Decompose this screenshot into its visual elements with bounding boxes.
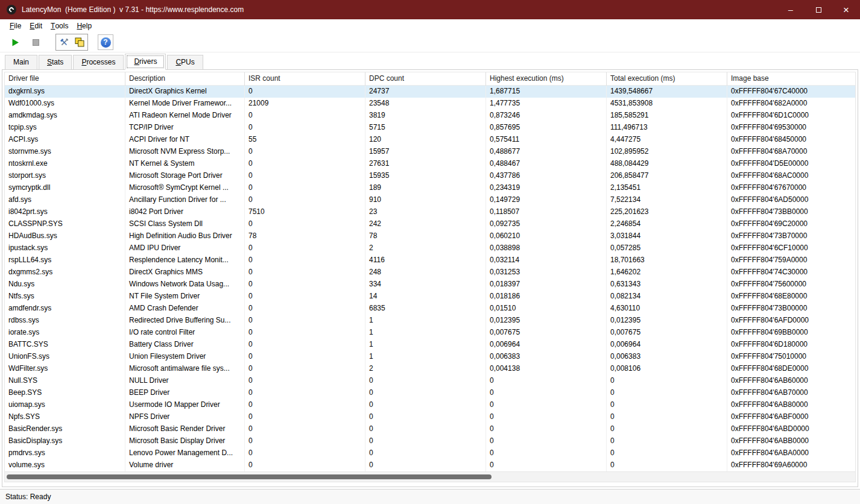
tab-control: Main Stats Processes Drivers CPUs Driver… — [2, 54, 858, 487]
table-cell: 0,008106 — [607, 363, 727, 375]
toolbar-group — [55, 34, 88, 51]
table-cell: 1,687715 — [486, 86, 607, 98]
table-cell: 0 — [245, 218, 365, 230]
table-cell: 0,01510 — [486, 303, 607, 315]
table-cell: 1 — [365, 327, 486, 339]
table-row[interactable]: ntoskrnl.exeNT Kernel & System0276310,48… — [5, 158, 855, 170]
titlebar[interactable]: LatencyMon (Home Edition ) v 7.31 - http… — [0, 0, 860, 19]
table-row[interactable]: Npfs.SYSNPFS Driver00000xFFFFF804'6ABF00… — [5, 411, 855, 423]
table-row[interactable]: CLASSPNP.SYSSCSI Class System Dll02420,0… — [5, 218, 855, 230]
table-cell: 0xFFFFF804'75600000 — [727, 279, 855, 291]
table-row[interactable]: Null.SYSNULL Driver00000xFFFFF804'6AB600… — [5, 375, 855, 387]
table-cell: 0,007675 — [486, 327, 607, 339]
table-cell: 0,006383 — [607, 351, 727, 363]
tab-cpus[interactable]: CPUs — [167, 55, 203, 70]
menu-tools[interactable]: Tools — [46, 19, 72, 33]
maximize-button[interactable] — [805, 0, 832, 19]
menu-help[interactable]: Help — [72, 19, 96, 33]
copy-report-button[interactable] — [72, 34, 87, 50]
table-row[interactable]: HDAudBus.sysHigh Definition Audio Bus Dr… — [5, 230, 855, 242]
table-cell: DirectX Graphics MMS — [125, 266, 245, 279]
horizontal-scrollbar[interactable] — [5, 471, 855, 482]
table-cell: 4531,853908 — [607, 98, 727, 110]
table-cell: BasicDisplay.sys — [5, 435, 125, 447]
table-cell: 0,488467 — [486, 158, 607, 170]
table-row[interactable]: uiomap.sysUsermode IO Mapper Driver00000… — [5, 399, 855, 411]
tab-drivers[interactable]: Drivers — [125, 54, 166, 70]
table-row[interactable]: pmdrvs.sysLenovo Power Management D...00… — [5, 447, 855, 459]
table-cell: 0 — [607, 375, 727, 387]
start-monitor-button[interactable] — [7, 34, 23, 50]
table-cell: AMD Crash Defender — [125, 303, 245, 315]
table-cell: 0xFFFFF804'6ABD0000 — [727, 423, 855, 435]
table-row[interactable]: symcryptk.dllMicrosoft® SymCrypt Kernel … — [5, 182, 855, 194]
table-cell: rdbss.sys — [5, 315, 125, 327]
table-row[interactable]: rspLLL64.sysResplendence Latency Monit..… — [5, 254, 855, 266]
table-row[interactable]: tcpip.sysTCP/IP Driver057150,857695111,4… — [5, 122, 855, 134]
table-cell: uiomap.sys — [5, 399, 125, 411]
table-row[interactable]: UnionFS.sysUnion Filesystem Driver010,00… — [5, 351, 855, 363]
column-header-5[interactable]: Total execution (ms) — [607, 72, 727, 86]
close-button[interactable]: × — [832, 0, 860, 19]
stop-monitor-button[interactable] — [28, 34, 43, 50]
table-cell: 0,575411 — [486, 134, 607, 146]
column-header-4[interactable]: Highest execution (ms) — [486, 72, 607, 86]
table-row[interactable]: i8042prt.sysi8042 Port Driver7510230,118… — [5, 206, 855, 218]
table-cell: DirectX Graphics Kernel — [125, 86, 245, 98]
table-cell: 4,630110 — [607, 303, 727, 315]
tab-processes[interactable]: Processes — [73, 55, 124, 70]
table-row[interactable]: amdfendr.sysAMD Crash Defender068350,015… — [5, 303, 855, 315]
table-row[interactable]: ipustack.sysAMD IPU Driver020,0388980,05… — [5, 242, 855, 254]
table-cell: HDAudBus.sys — [5, 230, 125, 242]
tab-stats[interactable]: Stats — [39, 55, 72, 70]
table-row[interactable]: BasicRender.sysMicrosoft Basic Render Dr… — [5, 423, 855, 435]
table-cell: Beep.SYS — [5, 387, 125, 399]
tools-options-button[interactable] — [56, 34, 72, 50]
column-header-0[interactable]: Driver file — [5, 72, 125, 86]
table-cell: 0 — [245, 110, 365, 122]
table-cell: 0xFFFFF804'6D1C0000 — [727, 110, 855, 122]
table-cell: 1,646202 — [607, 266, 727, 279]
table-cell: tcpip.sys — [5, 122, 125, 134]
table-row[interactable]: ACPI.sysACPI Driver for NT551200,5754114… — [5, 134, 855, 146]
table-row[interactable]: WdFilter.sysMicrosoft antimalware file s… — [5, 363, 855, 375]
table-row[interactable]: BATTC.SYSBattery Class Driver010,0069640… — [5, 339, 855, 351]
table-cell: 0 — [245, 146, 365, 158]
table-row[interactable]: Beep.SYSBEEP Driver00000xFFFFF804'6AB700… — [5, 387, 855, 399]
table-cell: 18,701663 — [607, 254, 727, 266]
table-row[interactable]: rdbss.sysRedirected Drive Buffering Su..… — [5, 315, 855, 327]
table-row[interactable]: dxgkrnl.sysDirectX Graphics Kernel024737… — [5, 86, 855, 98]
table-row[interactable]: stornvme.sysMicrosoft NVM Express Storp.… — [5, 146, 855, 158]
column-header-6[interactable]: Image base — [727, 72, 855, 86]
tab-main[interactable]: Main — [5, 55, 37, 70]
table-row[interactable]: Wdf01000.sysKernel Mode Driver Framewor.… — [5, 98, 855, 110]
table-cell: 0 — [245, 194, 365, 206]
table-row[interactable]: storport.sysMicrosoft Storage Port Drive… — [5, 170, 855, 182]
table-row[interactable]: afd.sysAncillary Function Driver for ...… — [5, 194, 855, 206]
table-cell: 0 — [486, 411, 607, 423]
column-header-2[interactable]: ISR count — [245, 72, 365, 86]
minimize-button[interactable]: – — [777, 0, 805, 19]
table-row[interactable]: amdkmdag.sysATI Radeon Kernel Mode Drive… — [5, 110, 855, 122]
table-cell: 120 — [365, 134, 486, 146]
table-cell: 0 — [245, 399, 365, 411]
menu-file[interactable]: File — [5, 19, 25, 33]
column-header-3[interactable]: DPC count — [365, 72, 486, 86]
table-row[interactable]: BasicDisplay.sysMicrosoft Basic Display … — [5, 435, 855, 447]
scrollbar-thumb[interactable] — [7, 474, 492, 479]
table-row[interactable]: dxgmms2.sysDirectX Graphics MMS02480,031… — [5, 266, 855, 279]
table-cell: 0 — [607, 423, 727, 435]
table-cell: 0 — [607, 447, 727, 459]
table-cell: 189 — [365, 182, 486, 194]
table-row[interactable]: Ntfs.sysNT File System Driver0140,018186… — [5, 291, 855, 303]
table-cell: 225,201623 — [607, 206, 727, 218]
menu-edit[interactable]: Edit — [25, 19, 46, 33]
table-cell: 78 — [365, 230, 486, 242]
table-cell: ipustack.sys — [5, 242, 125, 254]
table-cell: 4,447275 — [607, 134, 727, 146]
column-header-1[interactable]: Description — [125, 72, 245, 86]
table-row[interactable]: Ndu.sysWindows Network Data Usag...03340… — [5, 279, 855, 291]
table-row[interactable]: volume.sysVolume driver00000xFFFFF804'69… — [5, 459, 855, 471]
table-row[interactable]: iorate.sysI/O rate control Filter010,007… — [5, 327, 855, 339]
help-button[interactable]: ? — [98, 34, 113, 50]
